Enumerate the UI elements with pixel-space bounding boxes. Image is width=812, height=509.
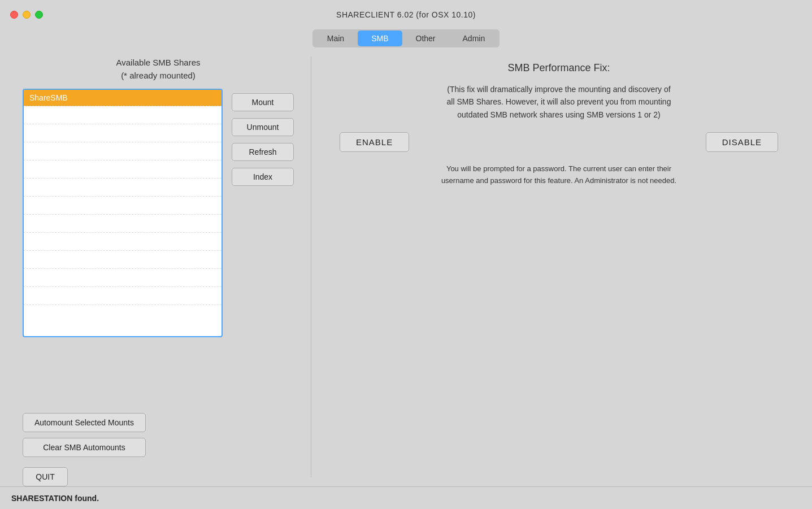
index-button[interactable]: Index (232, 168, 294, 186)
enable-disable-row: ENABLE DISABLE (340, 132, 778, 152)
smb-password-note: You will be prompted for a password. The… (340, 163, 778, 187)
smb-perf-title: SMB Performance Fix: (340, 62, 778, 74)
status-bar: SHARESTATION found. (0, 486, 812, 509)
bottom-section: Automount Selected Mounts Clear SMB Auto… (23, 413, 146, 486)
minimize-button[interactable] (23, 11, 31, 19)
disable-button[interactable]: DISABLE (706, 132, 778, 152)
automount-button[interactable]: Automount Selected Mounts (23, 413, 146, 432)
quit-button[interactable]: QUIT (23, 467, 68, 486)
share-item-empty-1 (24, 106, 222, 124)
titlebar: SHARECLIENT 6.02 (for OSX 10.10) (0, 0, 812, 29)
share-item-empty-4 (24, 160, 222, 179)
maximize-button[interactable] (35, 11, 43, 19)
tabs-container: Main SMB Other Admin (0, 29, 812, 47)
share-item-empty-10 (24, 269, 222, 287)
clear-smb-button[interactable]: Clear SMB Automounts (23, 438, 146, 457)
window-controls (10, 11, 43, 19)
close-button[interactable] (10, 11, 18, 19)
shares-list[interactable]: ShareSMB (23, 89, 223, 337)
share-item-empty-5 (24, 179, 222, 197)
unmount-button[interactable]: Unmount (232, 118, 294, 136)
share-item-empty-7 (24, 215, 222, 233)
tab-smb[interactable]: SMB (358, 31, 402, 46)
window-title: SHARECLIENT 6.02 (for OSX 10.10) (336, 10, 476, 19)
share-item-empty-8 (24, 233, 222, 251)
tab-bar: Main SMB Other Admin (312, 29, 500, 47)
tab-admin[interactable]: Admin (449, 31, 499, 46)
section-title-line1: Available SMB Shares (23, 56, 294, 69)
tab-other[interactable]: Other (402, 31, 449, 46)
share-item-sharesmb[interactable]: ShareSMB (24, 90, 222, 106)
share-item-empty-6 (24, 197, 222, 215)
tab-main[interactable]: Main (314, 31, 358, 46)
share-item-empty-11 (24, 287, 222, 305)
mount-button[interactable]: Mount (232, 93, 294, 111)
section-title-line2: (* already mounted) (23, 69, 294, 82)
status-text: SHARESTATION found. (11, 494, 99, 503)
share-item-empty-9 (24, 251, 222, 269)
action-buttons: Mount Unmount Refresh Index (232, 89, 294, 337)
shares-list-container: ShareSMB Mount Unmount Refresh Index (23, 89, 294, 337)
smb-perf-desc: (This fix will dramatically improve the … (340, 83, 778, 121)
right-panel: SMB Performance Fix: (This fix will dram… (317, 56, 801, 477)
share-item-empty-3 (24, 142, 222, 160)
share-item-empty-2 (24, 124, 222, 142)
refresh-button[interactable]: Refresh (232, 143, 294, 161)
enable-button[interactable]: ENABLE (340, 132, 409, 152)
vertical-divider (311, 56, 311, 477)
section-title: Available SMB Shares (* already mounted) (23, 56, 294, 82)
